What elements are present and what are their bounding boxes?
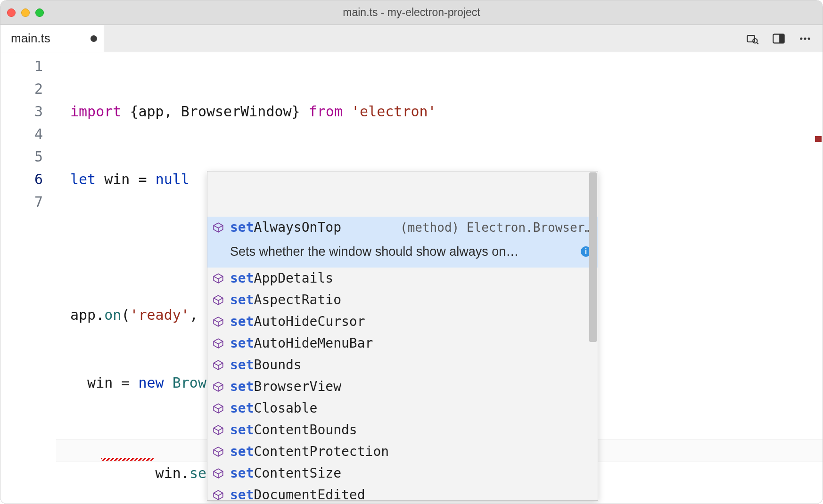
token-string: 'electron' [343,103,436,120]
suggestion-item[interactable]: setBounds [207,354,598,376]
method-kind-icon [212,337,224,350]
suggestion-label: setAlwaysOnTop [230,216,341,239]
suggestion-label: setClosable [230,397,317,420]
suggestion-label: setContentSize [230,462,341,485]
suggestion-widget[interactable]: setAlwaysOnTop(method) Electron.Browser…… [207,171,598,501]
line-number: 2 [0,78,43,100]
method-kind-icon [212,294,224,306]
window-close-button[interactable] [7,8,16,17]
tabbar-actions [745,25,823,52]
token-string: 'ready' [130,307,189,323]
tab-dirty-indicator-icon [91,35,97,42]
suggestion-label: setContentProtection [230,440,389,463]
suggestion-item[interactable]: setAspectRatio [207,289,598,311]
line-number: 1 [0,55,43,78]
token-keyword: new [139,374,164,391]
suggestion-item[interactable]: setContentBounds [207,419,598,441]
token: win = [70,374,139,391]
line-number-gutter: 1 2 3 4 5 6 7 [0,52,56,504]
suggestion-signature: (method) Electron.Browser… [400,216,592,239]
token: ( [121,307,130,323]
overview-ruler-error-marker-icon[interactable] [815,136,822,142]
svg-rect-0 [748,35,755,42]
suggestion-label: setBrowserView [230,375,341,398]
method-kind-icon [212,402,224,415]
tab-main-ts[interactable]: main.ts [0,25,104,52]
token-keyword: null [156,171,189,187]
suggestion-item[interactable]: setAlwaysOnTop(method) Electron.Browser… [207,217,598,238]
svg-point-5 [800,37,802,40]
token: {app, BrowserWindow} [121,103,308,120]
error-squiggle-icon [101,458,154,461]
suggestion-label: setBounds [230,354,302,376]
token-keyword: from [309,103,343,120]
suggestion-item[interactable]: setContentProtection [207,441,598,463]
code-area[interactable]: import {app, BrowserWindow} from 'electr… [56,52,823,504]
code-line[interactable]: import {app, BrowserWindow} from 'electr… [56,100,823,123]
token: app. [70,307,104,323]
line-number: 4 [0,123,43,146]
window-minimize-button[interactable] [21,8,30,17]
window-maximize-button[interactable] [35,8,44,17]
suggestion-label: setContentBounds [230,419,357,441]
suggestion-item[interactable]: setDocumentEdited [207,484,598,501]
suggestion-item[interactable]: setAutoHideMenuBar [207,333,598,354]
svg-point-6 [804,37,806,40]
suggestion-item[interactable]: setAppDetails [207,268,598,289]
method-kind-icon [212,467,224,480]
suggestion-label: setDocumentEdited [230,484,365,501]
app-window: main.ts - my-electron-project main.ts [0,0,823,504]
token: win. [139,465,189,481]
suggestion-doc-text: Sets whether the window should show alwa… [230,240,518,263]
method-kind-icon [212,221,224,234]
suggestion-item[interactable]: setBrowserView [207,376,598,398]
overview-ruler [814,52,823,504]
token: win = [96,171,155,187]
more-icon[interactable] [798,32,812,46]
suggestion-doc: Sets whether the window should show alwa… [207,238,598,268]
svg-point-1 [753,39,757,43]
suggestion-item[interactable]: setClosable [207,398,598,419]
method-kind-icon [212,424,224,436]
method-kind-icon [212,316,224,328]
suggestion-label: setAspectRatio [230,289,341,311]
method-kind-icon [212,272,224,285]
find-icon[interactable] [745,32,759,46]
method-kind-icon [212,359,224,371]
token-keyword: import [70,103,121,120]
method-kind-icon [212,446,224,458]
editor[interactable]: 1 2 3 4 5 6 7 import {app, BrowserWindow… [0,52,823,504]
suggestion-label: setAutoHideMenuBar [230,332,373,355]
tabbar: main.ts [0,25,823,52]
suggestion-scrollbar[interactable] [589,172,597,342]
window-title: main.ts - my-electron-project [0,6,823,19]
titlebar: main.ts - my-electron-project [0,0,823,25]
split-editor-icon[interactable] [772,32,786,46]
svg-rect-4 [779,34,784,43]
suggestion-label: setAutoHideCursor [230,310,365,333]
tab-label: main.ts [11,31,50,46]
method-kind-icon [212,489,224,501]
line-number: 5 [0,146,43,168]
suggestion-item[interactable]: setAutoHideCursor [207,311,598,333]
svg-point-7 [808,37,810,40]
method-kind-icon [212,381,224,393]
suggestion-item[interactable]: setContentSize [207,463,598,484]
token-keyword: let [70,171,96,187]
line-number: 7 [0,191,43,213]
svg-line-2 [757,42,758,44]
traffic-lights [7,8,44,17]
token-method: on [104,307,121,323]
suggestion-label: setAppDetails [230,267,333,290]
line-number: 3 [0,100,43,123]
line-number: 6 [0,168,43,191]
